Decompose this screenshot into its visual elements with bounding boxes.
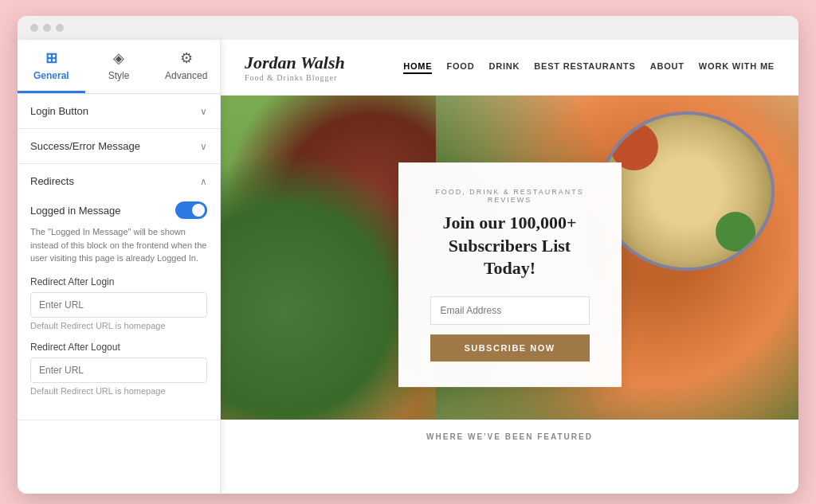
site-header: Jordan Walsh Food & Drinks Blogger HOME … [221,40,798,96]
tab-style[interactable]: ◈ Style [85,40,153,93]
accordion-redirects: Redirects ∧ Logged in Message The "Logge… [18,164,220,420]
accordion-success-error: Success/Error Message ∨ [18,129,220,164]
browser-dot-3 [56,24,64,32]
accordion-login-button: Login Button ∨ [18,94,220,129]
browser-dot-1 [30,24,38,32]
redirect-login-label: Redirect After Login [30,276,207,287]
accordion-header-redirects[interactable]: Redirects ∧ [18,164,220,198]
hero-footer: WHERE WE'VE BEEN FEATURED [221,420,798,454]
accordion-redirects-label: Redirects [30,175,74,187]
browser-content: ⊞ General ◈ Style ⚙ Advanced Login Butto… [18,40,798,494]
logged-in-message-label: Logged in Message [30,205,120,217]
logged-in-description: The "Logged In Message" will be shown in… [30,225,207,265]
website-preview: Jordan Walsh Food & Drinks Blogger HOME … [221,40,798,494]
advanced-icon: ⚙ [180,49,193,67]
style-icon: ◈ [113,49,124,67]
nav-food[interactable]: FOOD [446,61,474,74]
tab-style-label: Style [108,70,130,81]
tab-general-label: General [33,70,69,81]
accordion-header-login-button[interactable]: Login Button ∨ [18,94,220,128]
general-icon: ⊞ [45,49,57,67]
redirect-logout-input[interactable] [30,357,207,383]
tab-advanced[interactable]: ⚙ Advanced [152,40,220,93]
card-email-input[interactable] [430,296,590,325]
redirect-login-input[interactable] [30,292,207,318]
site-logo: Jordan Walsh Food & Drinks Blogger [245,53,345,82]
nav-drink[interactable]: DRINK [488,61,520,74]
tabs-bar: ⊞ General ◈ Style ⚙ Advanced [18,40,220,94]
nav-work-with-me[interactable]: WORK WITH ME [699,61,775,74]
accordion-header-success-error[interactable]: Success/Error Message ∨ [18,129,220,163]
redirect-login-hint: Default Redirect URL is homepage [30,321,207,330]
toggle-row-logged-in: Logged in Message [30,198,207,219]
tab-advanced-label: Advanced [165,70,207,81]
accordion-body-redirects: Logged in Message The "Logged In Message… [18,198,220,420]
redirect-logout-label: Redirect After Logout [30,342,207,353]
site-logo-name: Jordan Walsh [245,53,345,73]
subscribe-card: FOOD, DRINK & RESTAURANTS REVIEWS Join o… [398,162,622,387]
browser-toolbar [18,16,798,40]
redirect-logout-hint: Default Redirect URL is homepage [30,386,207,396]
site-logo-tagline: Food & Drinks Blogger [245,73,345,82]
card-eyebrow: FOOD, DRINK & RESTAURANTS REVIEWS [430,188,590,204]
nav-best-restaurants[interactable]: BEST RESTAURANTS [534,61,636,74]
nav-about[interactable]: ABOUT [650,61,685,74]
site-nav: HOME FOOD DRINK BEST RESTAURANTS ABOUT W… [403,61,775,74]
chevron-login-button: ∨ [200,106,207,117]
accordion-login-button-label: Login Button [30,105,88,117]
logged-in-message-toggle[interactable] [175,201,207,219]
chevron-success-error: ∨ [200,141,207,152]
nav-home[interactable]: HOME [403,61,432,74]
tab-general[interactable]: ⊞ General [18,40,85,93]
left-panel: ⊞ General ◈ Style ⚙ Advanced Login Butto… [18,40,221,494]
card-subscribe-button[interactable]: SUBSCRIBE NOW [430,334,590,361]
browser-dot-2 [43,24,51,32]
card-headline: Join our 100,000+ Subscribers List Today… [430,212,590,280]
accordion-success-error-label: Success/Error Message [30,140,140,152]
food-bowl-decoration [599,111,775,271]
hero-area: FOOD, DRINK & RESTAURANTS REVIEWS Join o… [221,96,798,454]
chevron-redirects: ∧ [200,176,207,187]
browser-window: ⊞ General ◈ Style ⚙ Advanced Login Butto… [18,16,798,494]
